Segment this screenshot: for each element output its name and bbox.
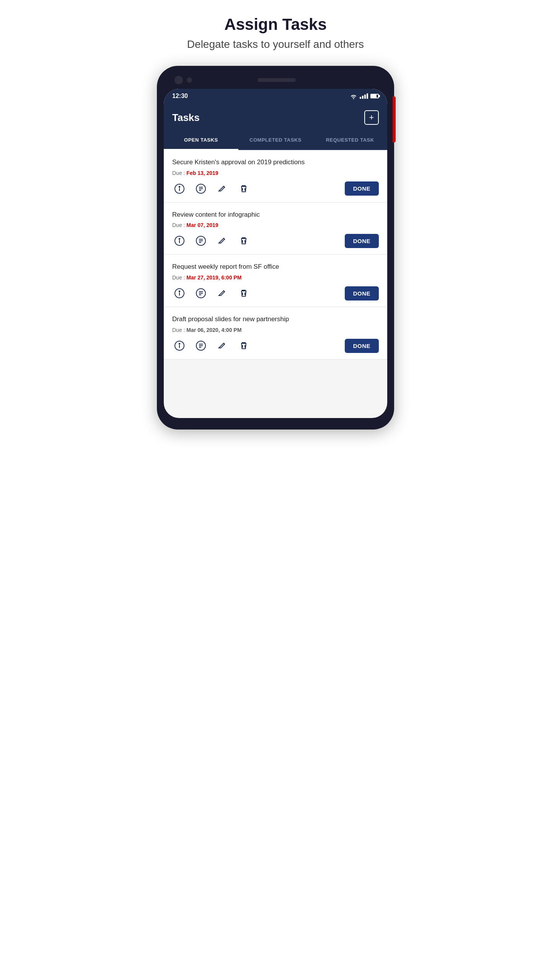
task-due: Due : Mar 27, 2019, 6:00 PM bbox=[172, 274, 379, 281]
delete-button[interactable] bbox=[236, 181, 251, 196]
front-camera bbox=[174, 76, 183, 84]
task-due-date: Feb 13, 2019 bbox=[186, 170, 218, 176]
done-button[interactable]: DONE bbox=[345, 286, 379, 301]
add-task-button[interactable]: + bbox=[364, 110, 379, 125]
task-due: Due : Feb 13, 2019 bbox=[172, 170, 379, 176]
tabs-bar: OPEN TASKS COMPLETED TASKS REQUESTED TAS… bbox=[164, 132, 387, 150]
svg-point-2 bbox=[179, 186, 180, 187]
task-actions: DONE bbox=[172, 286, 379, 301]
task-item: Draft proposal slides for new partnershi… bbox=[164, 307, 387, 359]
task-due: Due : Mar 07, 2019 bbox=[172, 222, 379, 228]
signal-icon bbox=[360, 93, 368, 99]
tab-open-tasks[interactable]: OPEN TASKS bbox=[164, 132, 238, 150]
delete-icon bbox=[238, 183, 249, 194]
phone-frame: 12:30 bbox=[157, 66, 394, 430]
task-title: Draft proposal slides for new partnershi… bbox=[172, 315, 379, 324]
app-header-title: Tasks bbox=[172, 112, 200, 124]
info-icon bbox=[174, 288, 185, 299]
edit-button[interactable] bbox=[215, 286, 230, 301]
done-button[interactable]: DONE bbox=[345, 339, 379, 353]
wifi-icon bbox=[350, 93, 357, 99]
notes-button[interactable] bbox=[194, 286, 208, 301]
tab-completed-tasks[interactable]: COMPLETED TASKS bbox=[238, 132, 313, 149]
delete-icon bbox=[238, 340, 249, 351]
task-title: Secure Kristen's approval on 2019 predic… bbox=[172, 158, 379, 167]
speaker bbox=[258, 78, 296, 82]
svg-point-16 bbox=[179, 291, 180, 292]
sensor bbox=[187, 77, 192, 83]
task-item: Request weekly report from SF office Due… bbox=[164, 255, 387, 307]
info-button[interactable] bbox=[172, 338, 187, 353]
done-button[interactable]: DONE bbox=[345, 181, 379, 196]
delete-button[interactable] bbox=[236, 338, 251, 353]
edit-icon bbox=[217, 235, 228, 246]
task-item: Secure Kristen's approval on 2019 predic… bbox=[164, 150, 387, 203]
phone-screen: 12:30 bbox=[164, 89, 387, 418]
done-button[interactable]: DONE bbox=[345, 234, 379, 248]
status-time: 12:30 bbox=[172, 93, 188, 100]
notes-button[interactable] bbox=[194, 338, 208, 353]
delete-icon bbox=[238, 288, 249, 299]
page-title: Assign Tasks bbox=[224, 15, 327, 34]
task-due-date: Mar 27, 2019, 6:00 PM bbox=[186, 274, 241, 281]
delete-button[interactable] bbox=[236, 286, 251, 301]
task-title: Request weekly report from SF office bbox=[172, 262, 379, 271]
info-icon bbox=[174, 235, 185, 246]
info-icon bbox=[174, 183, 185, 194]
notes-icon bbox=[196, 340, 206, 351]
task-actions: DONE bbox=[172, 181, 379, 196]
page-subtitle: Delegate tasks to yourself and others bbox=[187, 38, 364, 51]
task-due-date: Mar 06, 2020, 4:00 PM bbox=[186, 327, 241, 333]
tab-requested-task[interactable]: REQUESTED TASK bbox=[313, 132, 387, 149]
edit-icon bbox=[217, 340, 228, 351]
notes-icon bbox=[196, 183, 206, 194]
edit-icon bbox=[217, 288, 228, 299]
task-title: Review content for infographic bbox=[172, 210, 379, 219]
phone-notch bbox=[164, 73, 387, 87]
status-icons bbox=[350, 93, 379, 99]
edit-icon bbox=[217, 183, 228, 194]
notes-icon bbox=[196, 288, 206, 299]
delete-button[interactable] bbox=[236, 234, 251, 248]
delete-icon bbox=[238, 235, 249, 246]
notes-button[interactable] bbox=[194, 234, 208, 248]
task-due-date: Mar 07, 2019 bbox=[186, 222, 218, 228]
page-wrapper: Assign Tasks Delegate tasks to yourself … bbox=[138, 0, 413, 490]
notes-button[interactable] bbox=[194, 181, 208, 196]
svg-point-23 bbox=[179, 343, 180, 344]
info-button[interactable] bbox=[172, 234, 187, 248]
task-item: Review content for infographic Due : Mar… bbox=[164, 203, 387, 255]
info-icon bbox=[174, 340, 185, 351]
info-button[interactable] bbox=[172, 181, 187, 196]
task-actions: DONE bbox=[172, 338, 379, 353]
app-header: Tasks + bbox=[164, 103, 387, 132]
info-button[interactable] bbox=[172, 286, 187, 301]
notes-icon bbox=[196, 235, 206, 246]
edit-button[interactable] bbox=[215, 181, 230, 196]
battery-icon bbox=[370, 94, 379, 98]
edit-button[interactable] bbox=[215, 234, 230, 248]
task-list: Secure Kristen's approval on 2019 predic… bbox=[164, 150, 387, 359]
task-due: Due : Mar 06, 2020, 4:00 PM bbox=[172, 327, 379, 333]
camera-area bbox=[174, 76, 192, 84]
edit-button[interactable] bbox=[215, 338, 230, 353]
svg-point-9 bbox=[179, 238, 180, 239]
status-bar: 12:30 bbox=[164, 89, 387, 103]
task-actions: DONE bbox=[172, 234, 379, 248]
